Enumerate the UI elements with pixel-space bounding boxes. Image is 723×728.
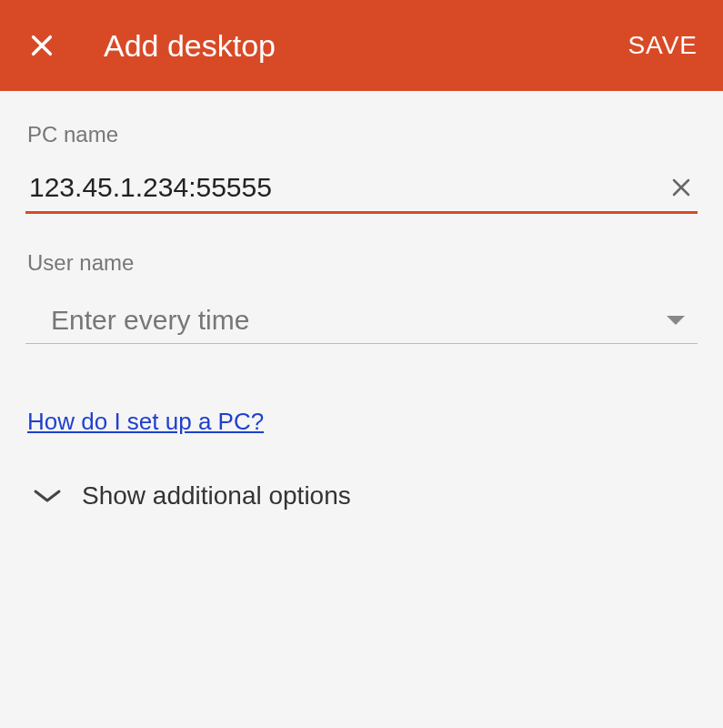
pc-name-field: PC name: [25, 122, 698, 214]
pc-name-label: PC name: [25, 122, 698, 147]
close-icon: [29, 33, 55, 58]
help-link[interactable]: How do I set up a PC?: [25, 408, 264, 436]
clear-button[interactable]: [665, 171, 698, 204]
expand-chevron-icon: [29, 482, 65, 510]
show-additional-options[interactable]: Show additional options: [25, 481, 698, 511]
user-name-field: User name Enter every time: [25, 250, 698, 344]
pc-name-input-row: [25, 171, 698, 214]
chevron-down-icon: [667, 316, 685, 325]
user-name-label: User name: [25, 250, 698, 276]
save-button[interactable]: SAVE: [628, 31, 698, 60]
clear-icon: [670, 177, 692, 198]
content: PC name User name Enter every time How d…: [0, 91, 723, 511]
header: Add desktop SAVE: [0, 0, 723, 91]
expand-label: Show additional options: [82, 481, 351, 511]
close-button[interactable]: [25, 29, 58, 62]
user-name-value: Enter every time: [51, 305, 667, 336]
page-title: Add desktop: [104, 28, 628, 64]
user-name-select[interactable]: Enter every time: [25, 299, 698, 344]
pc-name-input[interactable]: [25, 172, 656, 203]
